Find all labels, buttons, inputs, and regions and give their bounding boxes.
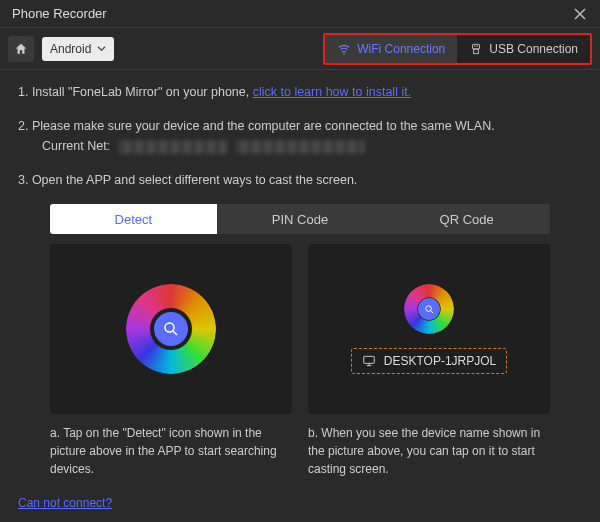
- svg-point-5: [165, 323, 174, 332]
- step-3-text: 3. Open the APP and select different way…: [18, 173, 357, 187]
- svg-point-6: [425, 305, 431, 311]
- step-2: 2. Please make sure your device and the …: [18, 116, 582, 156]
- tab-detect[interactable]: Detect: [50, 204, 217, 234]
- detect-card: [50, 244, 292, 414]
- search-icon: [424, 304, 435, 315]
- monitor-icon: [362, 354, 376, 368]
- connection-mode-group: WiFi Connection USB Connection: [323, 33, 592, 65]
- svg-rect-7: [364, 356, 375, 363]
- caption-a: a. Tap on the "Detect" icon shown in the…: [50, 424, 292, 478]
- device-box[interactable]: DESKTOP-1JRPJOL: [351, 348, 507, 374]
- window-title: Phone Recorder: [12, 6, 568, 21]
- captions-row: a. Tap on the "Detect" icon shown in the…: [50, 424, 550, 478]
- tab-pin-code[interactable]: PIN Code: [217, 204, 384, 234]
- wifi-icon: [337, 42, 351, 56]
- wifi-connection-button[interactable]: WiFi Connection: [325, 35, 457, 63]
- chevron-down-icon: [97, 44, 106, 53]
- tab-qr-code[interactable]: QR Code: [383, 204, 550, 234]
- platform-dropdown[interactable]: Android: [42, 37, 114, 61]
- svg-rect-3: [477, 45, 478, 46]
- svg-rect-1: [473, 44, 480, 49]
- install-link[interactable]: click to learn how to install it.: [253, 85, 411, 99]
- platform-selected: Android: [50, 42, 91, 56]
- device-name: DESKTOP-1JRPJOL: [384, 354, 496, 368]
- home-button[interactable]: [8, 36, 34, 62]
- titlebar: Phone Recorder: [0, 0, 600, 28]
- usb-label: USB Connection: [489, 42, 578, 56]
- close-icon[interactable]: [568, 2, 592, 26]
- cannot-connect-link[interactable]: Can not connect?: [18, 496, 112, 510]
- toolbar: Android WiFi Connection USB Connection: [0, 28, 600, 70]
- usb-connection-button[interactable]: USB Connection: [457, 35, 590, 63]
- cards-row: DESKTOP-1JRPJOL: [50, 244, 550, 414]
- step-3: 3. Open the APP and select different way…: [18, 170, 582, 190]
- svg-point-0: [343, 52, 345, 54]
- detect-color-ring: [126, 284, 216, 374]
- step-2-text: 2. Please make sure your device and the …: [18, 116, 582, 136]
- current-net-label: Current Net:: [42, 139, 110, 153]
- main-body: 1. Install "FoneLab Mirror" on your phon…: [0, 70, 600, 486]
- svg-rect-2: [475, 45, 476, 46]
- device-card: DESKTOP-1JRPJOL: [308, 244, 550, 414]
- svg-rect-4: [474, 49, 479, 54]
- step-1: 1. Install "FoneLab Mirror" on your phon…: [18, 82, 582, 102]
- device-color-ring: [404, 284, 454, 334]
- wifi-label: WiFi Connection: [357, 42, 445, 56]
- usb-icon: [469, 42, 483, 56]
- cast-tabs: Detect PIN Code QR Code: [50, 204, 550, 234]
- network-name-redacted: [235, 140, 365, 154]
- network-name-redacted: [118, 140, 228, 154]
- home-icon: [14, 42, 28, 56]
- caption-b: b. When you see the device name shown in…: [308, 424, 550, 478]
- step-1-text: 1. Install "FoneLab Mirror" on your phon…: [18, 85, 253, 99]
- search-icon: [162, 320, 180, 338]
